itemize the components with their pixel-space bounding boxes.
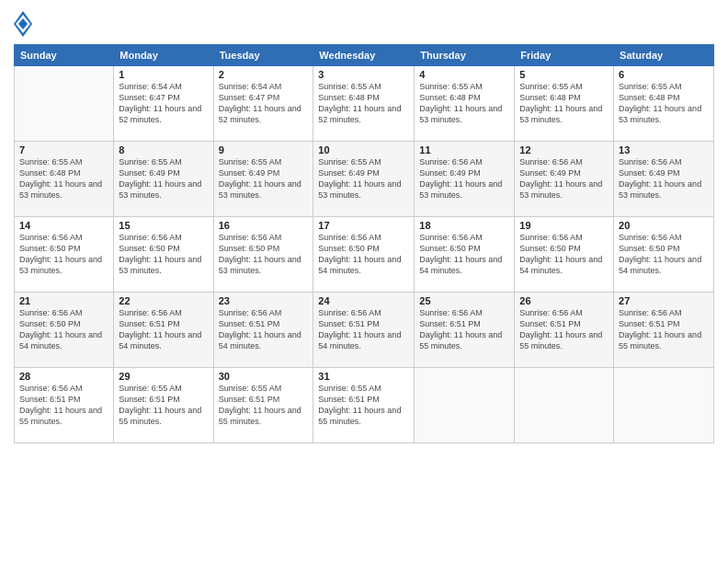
day-info: Sunrise: 6:56 AMSunset: 6:50 PMDaylight:… xyxy=(19,307,108,352)
calendar-cell xyxy=(515,368,614,443)
calendar-cell: 1Sunrise: 6:54 AMSunset: 6:47 PMDaylight… xyxy=(114,66,213,142)
day-number: 21 xyxy=(19,295,108,306)
calendar-cell xyxy=(415,368,515,443)
calendar-cell: 24Sunrise: 6:56 AMSunset: 6:51 PMDayligh… xyxy=(313,293,415,368)
calendar-week-3: 14Sunrise: 6:56 AMSunset: 6:50 PMDayligh… xyxy=(15,217,714,293)
day-info: Sunrise: 6:56 AMSunset: 6:51 PMDaylight:… xyxy=(318,307,409,352)
day-number: 9 xyxy=(219,144,309,155)
day-info: Sunrise: 6:56 AMSunset: 6:51 PMDaylight:… xyxy=(419,307,509,352)
calendar-cell: 29Sunrise: 6:55 AMSunset: 6:51 PMDayligh… xyxy=(114,368,213,443)
calendar-cell: 4Sunrise: 6:55 AMSunset: 6:48 PMDaylight… xyxy=(415,66,515,142)
day-number: 10 xyxy=(318,144,409,155)
calendar-cell: 17Sunrise: 6:56 AMSunset: 6:50 PMDayligh… xyxy=(313,217,415,293)
day-number: 15 xyxy=(119,220,208,231)
day-number: 7 xyxy=(19,144,108,155)
day-number: 24 xyxy=(318,295,409,306)
day-info: Sunrise: 6:56 AMSunset: 6:51 PMDaylight:… xyxy=(119,307,208,352)
calendar-cell: 18Sunrise: 6:56 AMSunset: 6:50 PMDayligh… xyxy=(415,217,515,293)
calendar-header-saturday: Saturday xyxy=(614,45,714,66)
calendar-header-monday: Monday xyxy=(114,45,213,66)
day-info: Sunrise: 6:55 AMSunset: 6:51 PMDaylight:… xyxy=(318,383,409,428)
day-number: 17 xyxy=(318,220,409,231)
logo xyxy=(14,9,34,37)
day-info: Sunrise: 6:56 AMSunset: 6:49 PMDaylight:… xyxy=(519,156,609,201)
day-number: 30 xyxy=(219,371,309,382)
calendar-cell: 3Sunrise: 6:55 AMSunset: 6:48 PMDaylight… xyxy=(313,66,415,142)
day-number: 2 xyxy=(219,69,309,80)
calendar-header-row: SundayMondayTuesdayWednesdayThursdayFrid… xyxy=(15,45,714,66)
calendar-cell: 11Sunrise: 6:56 AMSunset: 6:49 PMDayligh… xyxy=(415,142,515,217)
calendar-cell: 10Sunrise: 6:55 AMSunset: 6:49 PMDayligh… xyxy=(313,142,415,217)
calendar-cell: 23Sunrise: 6:56 AMSunset: 6:51 PMDayligh… xyxy=(213,293,313,368)
day-number: 13 xyxy=(619,144,709,155)
calendar-cell: 5Sunrise: 6:55 AMSunset: 6:48 PMDaylight… xyxy=(515,66,614,142)
calendar-cell: 2Sunrise: 6:54 AMSunset: 6:47 PMDaylight… xyxy=(213,66,313,142)
day-number: 20 xyxy=(619,220,709,231)
day-number: 12 xyxy=(519,144,609,155)
calendar-cell: 21Sunrise: 6:56 AMSunset: 6:50 PMDayligh… xyxy=(15,293,114,368)
calendar-week-1: 1Sunrise: 6:54 AMSunset: 6:47 PMDaylight… xyxy=(15,66,714,142)
day-number: 11 xyxy=(419,144,509,155)
logo-icon xyxy=(14,11,32,37)
day-info: Sunrise: 6:56 AMSunset: 6:50 PMDaylight:… xyxy=(219,232,309,277)
day-info: Sunrise: 6:54 AMSunset: 6:47 PMDaylight:… xyxy=(119,81,208,126)
calendar-page: SundayMondayTuesdayWednesdayThursdayFrid… xyxy=(0,0,728,563)
calendar-cell: 26Sunrise: 6:56 AMSunset: 6:51 PMDayligh… xyxy=(515,293,614,368)
calendar-cell: 31Sunrise: 6:55 AMSunset: 6:51 PMDayligh… xyxy=(313,368,415,443)
day-info: Sunrise: 6:55 AMSunset: 6:48 PMDaylight:… xyxy=(619,81,709,126)
day-info: Sunrise: 6:55 AMSunset: 6:48 PMDaylight:… xyxy=(519,81,609,126)
calendar-cell: 25Sunrise: 6:56 AMSunset: 6:51 PMDayligh… xyxy=(415,293,515,368)
day-number: 16 xyxy=(219,220,309,231)
calendar-week-5: 28Sunrise: 6:56 AMSunset: 6:51 PMDayligh… xyxy=(15,368,714,443)
calendar-cell: 6Sunrise: 6:55 AMSunset: 6:48 PMDaylight… xyxy=(614,66,714,142)
day-number: 27 xyxy=(619,295,709,306)
calendar-cell: 7Sunrise: 6:55 AMSunset: 6:48 PMDaylight… xyxy=(15,142,114,217)
day-number: 5 xyxy=(519,69,609,80)
calendar-header-sunday: Sunday xyxy=(15,45,114,66)
day-number: 26 xyxy=(519,295,609,306)
calendar-header-friday: Friday xyxy=(515,45,614,66)
day-info: Sunrise: 6:56 AMSunset: 6:50 PMDaylight:… xyxy=(619,232,709,277)
day-number: 22 xyxy=(119,295,208,306)
calendar-cell: 9Sunrise: 6:55 AMSunset: 6:49 PMDaylight… xyxy=(213,142,313,217)
calendar-cell: 22Sunrise: 6:56 AMSunset: 6:51 PMDayligh… xyxy=(114,293,213,368)
day-number: 19 xyxy=(519,220,609,231)
calendar-cell: 16Sunrise: 6:56 AMSunset: 6:50 PMDayligh… xyxy=(213,217,313,293)
day-number: 14 xyxy=(19,220,108,231)
day-info: Sunrise: 6:56 AMSunset: 6:49 PMDaylight:… xyxy=(419,156,509,201)
day-info: Sunrise: 6:55 AMSunset: 6:49 PMDaylight:… xyxy=(119,156,208,201)
day-info: Sunrise: 6:55 AMSunset: 6:48 PMDaylight:… xyxy=(19,156,108,201)
day-info: Sunrise: 6:55 AMSunset: 6:48 PMDaylight:… xyxy=(318,81,409,126)
calendar-header-thursday: Thursday xyxy=(415,45,515,66)
day-info: Sunrise: 6:56 AMSunset: 6:51 PMDaylight:… xyxy=(19,383,108,428)
day-info: Sunrise: 6:56 AMSunset: 6:51 PMDaylight:… xyxy=(619,307,709,352)
calendar-table: SundayMondayTuesdayWednesdayThursdayFrid… xyxy=(14,44,714,443)
day-number: 6 xyxy=(619,69,709,80)
day-info: Sunrise: 6:56 AMSunset: 6:51 PMDaylight:… xyxy=(519,307,609,352)
day-number: 3 xyxy=(318,69,409,80)
day-number: 28 xyxy=(19,371,108,382)
calendar-cell xyxy=(15,66,114,142)
day-info: Sunrise: 6:55 AMSunset: 6:51 PMDaylight:… xyxy=(219,383,309,428)
calendar-cell: 14Sunrise: 6:56 AMSunset: 6:50 PMDayligh… xyxy=(15,217,114,293)
calendar-cell: 8Sunrise: 6:55 AMSunset: 6:49 PMDaylight… xyxy=(114,142,213,217)
day-info: Sunrise: 6:56 AMSunset: 6:49 PMDaylight:… xyxy=(619,156,709,201)
day-info: Sunrise: 6:56 AMSunset: 6:51 PMDaylight:… xyxy=(219,307,309,352)
day-number: 4 xyxy=(419,69,509,80)
day-info: Sunrise: 6:55 AMSunset: 6:51 PMDaylight:… xyxy=(119,383,208,428)
calendar-cell: 20Sunrise: 6:56 AMSunset: 6:50 PMDayligh… xyxy=(614,217,714,293)
calendar-cell: 30Sunrise: 6:55 AMSunset: 6:51 PMDayligh… xyxy=(213,368,313,443)
calendar-cell: 27Sunrise: 6:56 AMSunset: 6:51 PMDayligh… xyxy=(614,293,714,368)
day-number: 25 xyxy=(419,295,509,306)
calendar-header-wednesday: Wednesday xyxy=(313,45,415,66)
day-number: 8 xyxy=(119,144,208,155)
calendar-week-2: 7Sunrise: 6:55 AMSunset: 6:48 PMDaylight… xyxy=(15,142,714,217)
day-number: 18 xyxy=(419,220,509,231)
calendar-header-tuesday: Tuesday xyxy=(213,45,313,66)
calendar-cell: 12Sunrise: 6:56 AMSunset: 6:49 PMDayligh… xyxy=(515,142,614,217)
calendar-cell: 13Sunrise: 6:56 AMSunset: 6:49 PMDayligh… xyxy=(614,142,714,217)
day-info: Sunrise: 6:55 AMSunset: 6:49 PMDaylight:… xyxy=(219,156,309,201)
calendar-week-4: 21Sunrise: 6:56 AMSunset: 6:50 PMDayligh… xyxy=(15,293,714,368)
day-number: 23 xyxy=(219,295,309,306)
day-info: Sunrise: 6:56 AMSunset: 6:50 PMDaylight:… xyxy=(419,232,509,277)
